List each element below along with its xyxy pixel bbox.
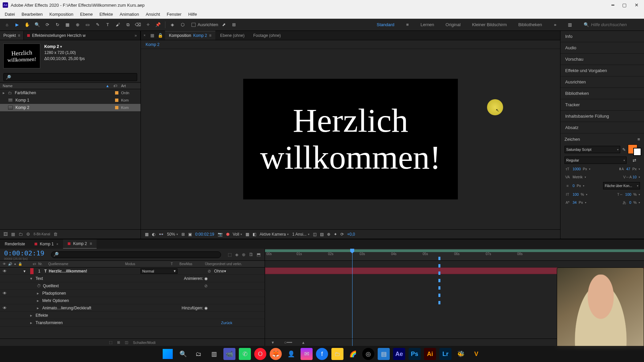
comp-dropdown-icon[interactable]: ▾ — [60, 44, 62, 49]
home-tool-icon[interactable]: ⌂ — [3, 20, 11, 29]
tab-lock-icon[interactable]: ▦ — [149, 33, 156, 38]
keyframe-marker[interactable] — [438, 294, 440, 297]
tab-menu-icon[interactable]: ≡ — [90, 241, 92, 246]
time-ruler[interactable]: 00s 01s 02s 03s 04s 05s 06s 07s 08s — [265, 249, 644, 261]
eye-icon[interactable]: 👁 — [3, 306, 7, 310]
tab-menu-icon[interactable]: ≡ — [18, 33, 20, 38]
taskbar-messenger[interactable]: ✉ — [301, 348, 313, 360]
view-opt2-icon[interactable]: ▤ — [320, 232, 324, 237]
minimize-button[interactable]: ━ — [611, 2, 614, 8]
composition-viewport[interactable]: Herzlich willkommen! — [141, 49, 560, 229]
panel-contentaware[interactable]: Inhaltsbasierte Füllung — [560, 111, 644, 122]
keyframe-marker[interactable] — [438, 272, 440, 275]
tab-komp2[interactable]: Komp 2 ≡ — [63, 239, 97, 249]
taskbar-opera[interactable]: O — [254, 348, 266, 360]
taskbar-ai[interactable]: Ai — [424, 348, 436, 360]
playhead[interactable] — [352, 249, 353, 346]
timeline-search[interactable]: 🔎 — [51, 251, 221, 258]
workspace-standard[interactable]: Standard — [374, 20, 397, 29]
zoom-slider[interactable]: ○━━ — [284, 340, 292, 345]
interpret-footage-icon[interactable]: 🖾 — [3, 232, 8, 237]
workspace-kleiner[interactable]: Kleiner Bildschirm — [469, 20, 509, 29]
col-t[interactable]: T — [171, 262, 177, 266]
audio-header-icon[interactable]: 🔊 — [8, 262, 12, 266]
tl-foot-icon1[interactable]: ⬚ — [109, 340, 112, 345]
switches-modes-toggle[interactable]: Schalter/Modi — [133, 341, 155, 345]
layer-label[interactable] — [30, 268, 34, 274]
taskbar-app3[interactable]: V — [470, 348, 482, 360]
menu-animation[interactable]: Animation — [116, 10, 143, 18]
timeline-timecode[interactable]: 0:00:02:19 — [4, 249, 44, 257]
rotate-tool-icon[interactable]: ↻ — [53, 20, 62, 29]
font-family-dropdown[interactable]: Saturday Script▾ — [565, 146, 620, 153]
stroke-color-swatch[interactable] — [633, 148, 641, 156]
type-tool-icon[interactable]: T — [103, 20, 112, 29]
panel-info[interactable]: Info — [560, 31, 644, 42]
menu-datei[interactable]: Datei — [1, 10, 18, 18]
tl-btn3-icon[interactable]: ⊕ — [242, 252, 246, 257]
trackmatte-dropdown[interactable]: Ohne▾ — [214, 269, 244, 274]
kerning-dropdown[interactable]: Metrik — [573, 175, 583, 179]
project-item-comp2[interactable]: Komp 2 Kom — [0, 104, 141, 111]
viewer-tab-comp[interactable]: Komposition Komp 2 ≡ — [165, 31, 215, 40]
tab-overflow-icon[interactable]: » — [135, 33, 137, 38]
menu-effekte[interactable]: Effekte — [96, 10, 116, 18]
col-bew[interactable]: BewMas — [179, 262, 203, 266]
taskbar-files[interactable]: 🗀 — [331, 348, 343, 360]
eraser-tool-icon[interactable]: ⌫ — [133, 20, 142, 29]
tl-btn2-icon[interactable]: ◈ — [235, 252, 238, 257]
viewer-timecode[interactable]: 0:00:02:19 — [195, 232, 214, 237]
panel-ausrichten[interactable]: Ausrichten — [560, 76, 644, 88]
taskbar-ae[interactable]: Ae — [393, 348, 405, 360]
taskbar-app1[interactable]: 👤 — [285, 348, 297, 360]
maximize-button[interactable]: ▢ — [622, 2, 627, 8]
roto-tool-icon[interactable]: ✧ — [144, 20, 152, 29]
taskbar-facebook[interactable]: f — [316, 348, 328, 360]
tab-renderliste[interactable]: Renderliste — [0, 240, 30, 248]
work-area-bar[interactable] — [265, 249, 644, 252]
alpha-icon[interactable]: ◐ — [152, 232, 155, 237]
label-header-icon[interactable]: 🏷 — [33, 262, 36, 266]
camera-dropdown[interactable]: Aktive Kamera▾ — [260, 232, 289, 237]
keyframe-marker[interactable] — [438, 286, 440, 290]
pickwhip-icon[interactable]: ⊘ — [208, 269, 211, 274]
stroke-width-input[interactable]: 0 — [573, 184, 575, 188]
orbit-tool-icon[interactable]: ⟳ — [43, 20, 52, 29]
taskbar-obs[interactable]: ◎ — [362, 348, 374, 360]
close-tab-icon[interactable]: × — [141, 34, 148, 37]
prop-effects[interactable]: ▸Effekte — [0, 312, 265, 319]
panel-absatz[interactable]: Absatz — [560, 122, 644, 133]
safe-zones-icon[interactable]: ▣ — [188, 232, 192, 237]
workspace-panel-icon[interactable]: ▥ — [566, 20, 574, 29]
panel-tracker[interactable]: Tracker — [560, 99, 644, 111]
eye-icon[interactable]: 👁 — [3, 269, 7, 274]
pen-tool-icon[interactable]: ✎ — [93, 20, 102, 29]
taskbar-explorer[interactable]: 🗂 — [193, 348, 205, 360]
layer-row[interactable]: 👁 ▾ 1 T Herzlic…illkommen! Normal▾ ⊘ Ohn… — [0, 267, 265, 275]
region-icon[interactable]: ◧ — [253, 232, 256, 237]
taskbar-ps[interactable]: Ps — [409, 348, 421, 360]
views-dropdown[interactable]: 1 Ansi...▾ — [292, 232, 310, 237]
close-button[interactable]: ✕ — [635, 2, 639, 8]
panel-effekte[interactable]: Effekte und Vorgaben — [560, 65, 644, 76]
taskbar-teams[interactable]: 📹 — [223, 348, 235, 360]
extra-tool-2-icon[interactable]: ⬡ — [178, 20, 187, 29]
add-menu-icon[interactable]: ◉ — [204, 306, 208, 310]
snap-option-icon[interactable]: ⬈ — [219, 20, 228, 29]
prop-pathoptions[interactable]: 👁 ▸Pfadoptionen — [0, 290, 265, 297]
rect-tool-icon[interactable]: ▭ — [83, 20, 92, 29]
quality-dropdown[interactable]: Voll▾ — [233, 232, 242, 237]
view-opt4-icon[interactable]: ✦ — [334, 232, 337, 237]
tab-project[interactable]: Projekt ≡ — [0, 31, 24, 40]
keyframe-marker[interactable] — [438, 301, 440, 304]
new-comp-icon[interactable]: ▦ — [11, 232, 15, 237]
stopwatch-icon[interactable]: ⏱ — [37, 284, 41, 288]
comp-breadcrumb[interactable]: Komp 2 — [141, 40, 560, 49]
workspace-lernen[interactable]: Lernen — [418, 20, 437, 29]
tl-btn1-icon[interactable]: ⬚ — [228, 252, 232, 257]
workspace-overflow-icon[interactable]: » — [551, 20, 559, 29]
blend-mode-dropdown[interactable]: Normal▾ — [141, 268, 177, 274]
extra-tool-1-icon[interactable]: ◈ — [168, 20, 177, 29]
view-opt1-icon[interactable]: ◫ — [313, 232, 317, 237]
reset-link[interactable]: Zurück — [221, 321, 232, 325]
